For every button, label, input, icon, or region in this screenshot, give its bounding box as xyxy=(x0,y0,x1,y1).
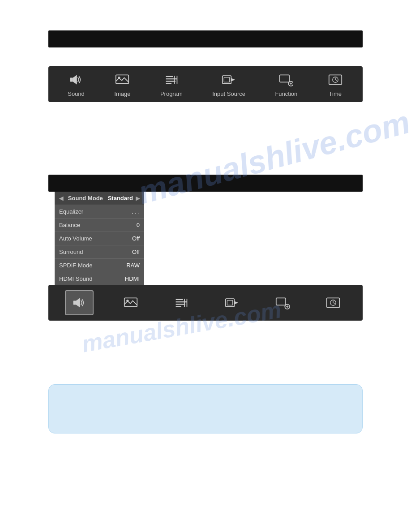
svg-rect-13 xyxy=(280,75,289,82)
sound-mode-arrow-right[interactable]: ▶ xyxy=(136,195,140,202)
svg-line-41 xyxy=(333,303,335,304)
bottom-menu-item-time[interactable] xyxy=(320,291,347,314)
image-icon xyxy=(114,72,130,88)
bottom-menu-item-function[interactable] xyxy=(269,291,296,314)
input-source-label: Input Source xyxy=(212,90,245,97)
surround-value: Off xyxy=(132,249,140,255)
mid-bar xyxy=(48,175,363,192)
sound-mode-value: Standard xyxy=(108,195,133,202)
equalizer-label: Equalizer xyxy=(59,208,83,215)
auto-volume-value: Off xyxy=(132,235,140,242)
bottom-program-icon xyxy=(173,295,189,311)
svg-marker-22 xyxy=(76,298,80,307)
balance-label: Balance xyxy=(59,222,80,228)
svg-line-20 xyxy=(335,80,337,81)
surround-row[interactable]: Surround Off xyxy=(55,245,144,259)
bottom-function-icon xyxy=(274,295,291,311)
equalizer-value: . . . xyxy=(132,208,140,215)
hdmi-sound-label: HDMI Sound xyxy=(59,275,92,282)
hdmi-sound-row[interactable]: HDMI Sound HDMI xyxy=(55,272,144,285)
sound-icon xyxy=(68,72,84,88)
balance-value: 0 xyxy=(137,222,140,228)
spdif-mode-label: SPDIF Mode xyxy=(59,262,92,269)
menu-item-input-source[interactable]: Input Source xyxy=(208,69,250,100)
spdif-mode-row[interactable]: SPDIF Mode RAW xyxy=(55,259,144,272)
sound-mode-row[interactable]: ◀ Sound Mode Standard ▶ xyxy=(55,192,144,205)
time-icon xyxy=(327,72,343,88)
balance-row[interactable]: Balance 0 xyxy=(55,219,144,232)
input-source-icon xyxy=(221,72,237,88)
bottom-menu-item-sound[interactable] xyxy=(65,290,94,315)
svg-rect-34 xyxy=(276,298,285,305)
program-label: Program xyxy=(160,90,183,97)
auto-volume-row[interactable]: Auto Volume Off xyxy=(55,232,144,245)
svg-rect-32 xyxy=(227,300,232,305)
svg-marker-33 xyxy=(234,301,238,304)
bottom-menu-item-input-source[interactable] xyxy=(218,291,245,314)
hdmi-sound-value: HDMI xyxy=(125,275,140,282)
svg-point-24 xyxy=(126,300,128,302)
menu-item-time[interactable]: Time xyxy=(323,69,348,100)
bottom-image-icon xyxy=(123,295,139,311)
bottom-sound-icon xyxy=(71,295,87,311)
top-menu-bar: Sound Image Program xyxy=(48,66,363,102)
bottom-time-icon xyxy=(325,295,341,311)
svg-rect-11 xyxy=(224,77,229,82)
menu-item-program[interactable]: Program xyxy=(156,69,187,100)
menu-item-sound[interactable]: Sound xyxy=(63,69,89,100)
info-box xyxy=(48,384,363,433)
sound-label: Sound xyxy=(68,90,85,97)
equalizer-row[interactable]: Equalizer . . . xyxy=(55,205,144,219)
svg-point-3 xyxy=(118,76,120,78)
image-label: Image xyxy=(114,90,130,97)
sound-menu-panel: ◀ Sound Mode Standard ▶ Equalizer . . . … xyxy=(55,192,144,285)
top-bar xyxy=(48,30,363,47)
function-label: Function xyxy=(275,90,297,97)
surround-label: Surround xyxy=(59,249,83,255)
svg-marker-12 xyxy=(231,78,235,81)
svg-rect-21 xyxy=(73,301,76,305)
svg-marker-1 xyxy=(73,75,77,84)
bottom-menu-item-program[interactable] xyxy=(168,291,195,314)
menu-item-image[interactable]: Image xyxy=(110,69,135,100)
menu-item-function[interactable]: Function xyxy=(270,69,302,100)
bottom-menu-item-image[interactable] xyxy=(117,291,144,314)
function-icon xyxy=(278,72,294,88)
bottom-menu-bar xyxy=(48,285,363,321)
sound-mode-arrow-left[interactable]: ◀ xyxy=(59,195,63,202)
sound-mode-label: Sound Mode xyxy=(68,195,103,202)
auto-volume-label: Auto Volume xyxy=(59,235,92,242)
time-label: Time xyxy=(329,90,342,97)
spdif-mode-value: RAW xyxy=(126,262,140,269)
bottom-input-source-icon xyxy=(224,295,240,311)
watermark-1: manualshlive.com xyxy=(134,103,411,211)
svg-rect-0 xyxy=(70,77,73,82)
program-icon xyxy=(163,72,180,88)
